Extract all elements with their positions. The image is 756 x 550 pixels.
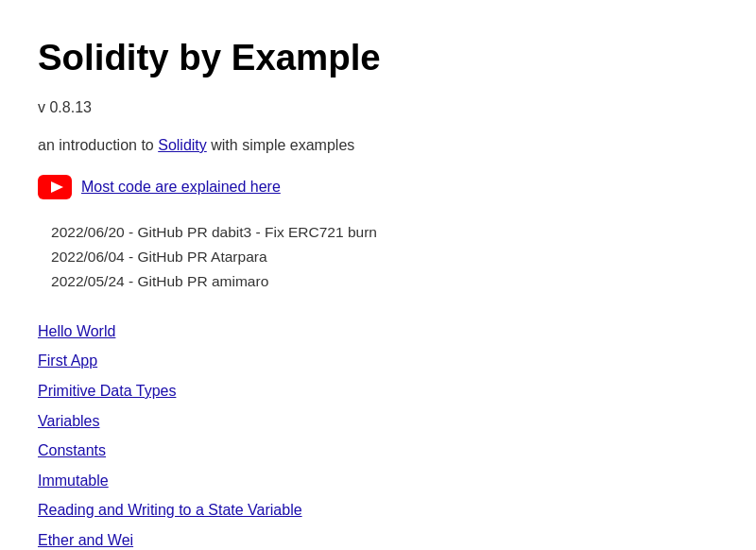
nav-link-0[interactable]: Hello World [38, 323, 115, 339]
intro-suffix: with simple examples [207, 137, 355, 153]
nav-link-4[interactable]: Constants [38, 442, 106, 458]
list-item: Reading and Writing to a State Variable [38, 498, 718, 523]
page-title: Solidity by Example [38, 28, 718, 86]
list-item: Immutable [38, 469, 718, 493]
nav-link-5[interactable]: Immutable [38, 473, 109, 489]
youtube-link[interactable]: Most code are explained here [81, 175, 281, 199]
changelog-entry-2: 2022/06/04 - GitHub PR Atarpara [51, 245, 718, 269]
intro-text: an introduction to Solidity with simple … [38, 133, 718, 158]
list-item: Primitive Data Types [38, 379, 718, 404]
solidity-link[interactable]: Solidity [158, 137, 207, 153]
changelog-entry-1: 2022/06/20 - GitHub PR dabit3 - Fix ERC7… [51, 220, 718, 245]
list-item: First App [38, 349, 718, 373]
changelog: 2022/06/20 - GitHub PR dabit3 - Fix ERC7… [38, 220, 718, 295]
nav-link-1[interactable]: First App [38, 352, 97, 369]
list-item: Hello World [38, 319, 718, 344]
list-item: Variables [38, 409, 718, 434]
changelog-entry-3: 2022/05/24 - GitHub PR amimaro [51, 269, 718, 294]
page-container: Solidity by Example v 0.8.13 an introduc… [0, 0, 756, 550]
list-item: Constants [38, 438, 718, 463]
youtube-row: Most code are explained here [38, 175, 718, 199]
nav-link-6[interactable]: Reading and Writing to a State Variable [38, 502, 302, 518]
list-item: Ether and Wei [38, 528, 718, 550]
nav-list: Hello WorldFirst AppPrimitive Data Types… [38, 319, 718, 550]
intro-prefix: an introduction to [38, 137, 158, 153]
version-label: v 0.8.13 [38, 95, 718, 120]
nav-link-3[interactable]: Variables [38, 413, 100, 429]
youtube-icon [38, 175, 72, 199]
nav-link-2[interactable]: Primitive Data Types [38, 383, 176, 399]
nav-link-7[interactable]: Ether and Wei [38, 532, 133, 548]
